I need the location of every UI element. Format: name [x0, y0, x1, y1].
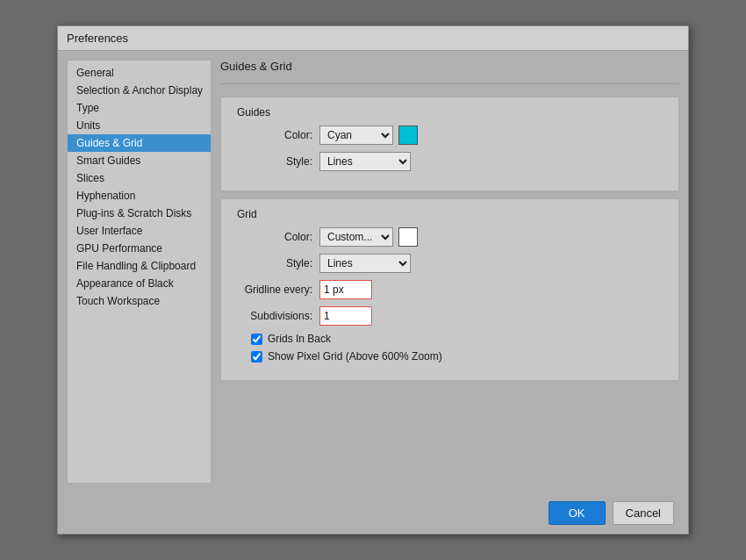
cancel-button[interactable]: Cancel [613, 501, 674, 525]
dialog-titlebar: Preferences [58, 26, 688, 51]
dialog-body: GeneralSelection & Anchor DisplayTypeUni… [58, 51, 688, 492]
grids-in-back-row: Grids In Back [251, 333, 666, 345]
subdivisions-label: Subdivisions: [233, 310, 312, 322]
guides-color-swatch[interactable] [398, 126, 418, 145]
main-content: Guides & Grid Guides Color: CyanLight Bl… [220, 60, 679, 484]
guides-subsection-title: Guides [237, 106, 666, 118]
grid-style-label: Style: [233, 257, 312, 269]
sidebar-item-plugins[interactable]: Plug-ins & Scratch Disks [68, 205, 211, 222]
show-pixel-grid-checkbox[interactable] [251, 351, 262, 363]
preferences-dialog: Preferences GeneralSelection & Anchor Di… [57, 25, 689, 535]
sidebar-item-user-interface[interactable]: User Interface [68, 222, 211, 240]
sidebar-item-slices[interactable]: Slices [68, 169, 211, 187]
sidebar-item-appearance-black[interactable]: Appearance of Black [68, 275, 211, 292]
guides-style-row: Style: LinesDashed Lines [233, 152, 666, 171]
show-pixel-grid-label: Show Pixel Grid (Above 600% Zoom) [268, 350, 442, 363]
guides-style-select[interactable]: LinesDashed Lines [319, 152, 411, 171]
grids-in-back-checkbox[interactable] [251, 334, 262, 345]
guides-panel: Guides Color: CyanLight BlueLight RedGre… [220, 97, 679, 191]
sidebar-item-guides-grid[interactable]: Guides & Grid [68, 134, 211, 152]
sidebar-item-smart-guides[interactable]: Smart Guides [68, 152, 211, 169]
grid-color-swatch[interactable] [398, 227, 418, 247]
grids-in-back-label: Grids In Back [268, 333, 331, 345]
grid-style-select[interactable]: LinesDashed LinesDots [319, 254, 411, 273]
guides-color-row: Color: CyanLight BlueLight RedGreenYello… [233, 126, 666, 145]
sidebar-item-touch-workspace[interactable]: Touch Workspace [68, 292, 211, 310]
ok-button[interactable]: OK [549, 501, 606, 525]
show-pixel-grid-row: Show Pixel Grid (Above 600% Zoom) [251, 350, 666, 363]
grid-style-row: Style: LinesDashed LinesDots [233, 254, 666, 273]
guides-color-label: Color: [233, 129, 312, 141]
gridline-label: Gridline every: [233, 284, 312, 296]
main-section-title: Guides & Grid [220, 60, 679, 73]
dialog-title: Preferences [67, 32, 128, 45]
grid-color-row: Color: Custom...CyanLight Blue [233, 227, 666, 247]
sidebar: GeneralSelection & Anchor DisplayTypeUni… [67, 60, 212, 484]
gridline-row: Gridline every: [233, 280, 666, 299]
grid-color-select[interactable]: Custom...CyanLight Blue [319, 227, 393, 247]
sidebar-item-file-handling[interactable]: File Handling & Clipboard [68, 257, 211, 275]
grid-subsection-title: Grid [237, 208, 666, 220]
sidebar-item-units[interactable]: Units [68, 117, 211, 134]
subdivisions-input[interactable] [319, 306, 372, 326]
guides-color-select[interactable]: CyanLight BlueLight RedGreenYellowBlack [319, 126, 393, 145]
sidebar-item-selection-anchor[interactable]: Selection & Anchor Display [68, 82, 211, 99]
grid-color-label: Color: [233, 231, 312, 243]
grid-panel: Grid Color: Custom...CyanLight Blue Styl… [220, 198, 679, 381]
sidebar-item-type[interactable]: Type [68, 99, 211, 117]
gridline-input[interactable] [319, 280, 372, 299]
dialog-footer: OK Cancel [58, 492, 688, 534]
sidebar-item-hyphenation[interactable]: Hyphenation [68, 187, 211, 205]
sidebar-item-general[interactable]: General [68, 64, 211, 82]
subdivisions-row: Subdivisions: [233, 306, 666, 326]
guides-style-label: Style: [233, 155, 312, 168]
sidebar-item-gpu-performance[interactable]: GPU Performance [68, 240, 211, 257]
